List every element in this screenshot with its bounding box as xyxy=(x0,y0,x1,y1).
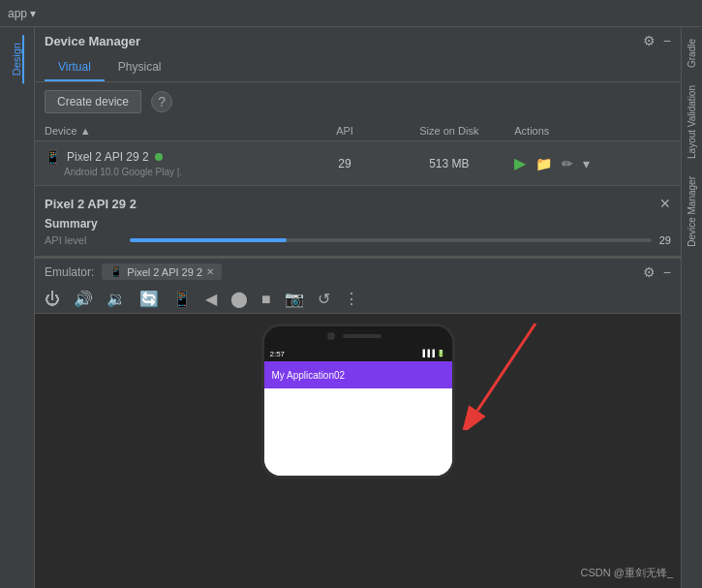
dm-toolbar: Create device ? xyxy=(35,82,681,121)
chip-phone-icon: 📱 xyxy=(109,265,123,278)
summary-close-button[interactable]: ✕ xyxy=(659,196,671,211)
ctrl-vol-up-icon[interactable]: 🔊 xyxy=(74,290,93,308)
top-bar: app ▾ xyxy=(0,0,702,27)
device-name-row: 📱 Pixel 2 API 29 2 xyxy=(45,149,306,165)
right-sidebar: Gradle Layout Validation Device Manager xyxy=(681,27,702,588)
red-arrow-indicator xyxy=(448,314,565,430)
sidebar-item-layout-validation[interactable]: Layout Validation xyxy=(685,77,699,167)
device-name-label: Pixel 2 API 29 2 xyxy=(67,150,149,164)
dm-header: Device Manager ⚙ − xyxy=(35,27,681,54)
svg-line-1 xyxy=(477,324,535,411)
emulator-label: Emulator: xyxy=(45,265,94,279)
play-icon[interactable]: ▶ xyxy=(514,154,526,172)
emulator-device-chip: 📱 Pixel 2 API 29 2 ✕ xyxy=(102,263,222,280)
ctrl-camera-icon[interactable]: 📷 xyxy=(285,290,304,308)
phone-time: 2:57 xyxy=(270,350,286,358)
phone-screen: 2:57 ▌▌▌🔋 My Application02 xyxy=(264,346,452,476)
sidebar-item-gradle[interactable]: Gradle xyxy=(685,31,699,76)
sidebar-item-device-manager[interactable]: Device Manager xyxy=(685,169,699,255)
summary-api-row: API level 29 xyxy=(45,234,671,246)
center-panel: Device Manager ⚙ − Virtual Physical Crea… xyxy=(35,27,681,588)
col-header-api: API xyxy=(306,125,384,137)
minimize-icon[interactable]: − xyxy=(663,33,671,48)
summary-title: Summary xyxy=(45,217,671,231)
ctrl-power-icon[interactable]: ⏻ xyxy=(45,291,60,308)
device-api: 29 xyxy=(306,157,384,170)
create-device-button[interactable]: Create device xyxy=(45,90,141,113)
phone-app-title: My Application02 xyxy=(272,370,346,381)
col-header-device: Device ▲ xyxy=(45,125,306,137)
ctrl-more-icon[interactable]: ⋮ xyxy=(344,290,359,308)
col-header-actions: Actions xyxy=(514,125,671,137)
main-layout: Design Device Manager ⚙ − Virtual Physic… xyxy=(0,27,702,588)
emulator-right: ⚙ − xyxy=(643,264,671,280)
chip-close-button[interactable]: ✕ xyxy=(206,266,214,277)
dm-tabs: Virtual Physical xyxy=(35,54,681,82)
left-sidebar: Design xyxy=(0,27,35,588)
running-indicator xyxy=(155,153,163,161)
emulator-bar: Emulator: 📱 Pixel 2 API 29 2 ✕ ⚙ − xyxy=(35,258,681,285)
ctrl-home-icon[interactable]: ⬤ xyxy=(230,290,248,308)
edit-icon[interactable]: ✏ xyxy=(562,156,573,171)
phone-frame: 2:57 ▌▌▌🔋 My Application02 xyxy=(261,324,455,479)
folder-icon[interactable]: 📁 xyxy=(535,156,552,171)
summary-header-row: Pixel 2 API 29 2 ✕ xyxy=(45,196,671,211)
emulator-left: Emulator: 📱 Pixel 2 API 29 2 ✕ xyxy=(45,263,222,280)
emulator-settings-icon[interactable]: ⚙ xyxy=(643,264,656,280)
phone-speaker xyxy=(343,334,382,338)
ctrl-fold-icon[interactable]: 📱 xyxy=(172,290,192,308)
phone-status-bar: 2:57 ▌▌▌🔋 xyxy=(264,346,452,361)
phone-status-icons: ▌▌▌🔋 xyxy=(423,350,446,357)
ctrl-vol-down-icon[interactable]: 🔉 xyxy=(107,290,126,308)
chevron-down-icon[interactable]: ▾ xyxy=(583,156,590,171)
dm-table-header: Device ▲ API Size on Disk Actions xyxy=(35,121,681,141)
phone-camera xyxy=(327,332,335,340)
sidebar-item-design[interactable]: Design xyxy=(11,35,24,83)
tab-virtual[interactable]: Virtual xyxy=(45,54,105,81)
dm-controls: ⚙ − xyxy=(643,33,671,48)
emulator-minimize-icon[interactable]: − xyxy=(663,264,671,280)
summary-api-value: 29 xyxy=(659,234,671,246)
summary-bar-fill xyxy=(130,238,287,242)
summary-device-name: Pixel 2 API 29 2 xyxy=(45,197,137,211)
tab-physical[interactable]: Physical xyxy=(105,54,175,81)
ctrl-rotate-icon[interactable]: 🔄 xyxy=(139,290,159,308)
phone-top-bar xyxy=(264,326,452,346)
device-size: 513 MB xyxy=(383,157,514,170)
watermark: CSDN @重剑无锋_ xyxy=(580,566,673,580)
summary-bar xyxy=(130,238,652,242)
summary-api-label: API level xyxy=(45,234,122,246)
help-button[interactable]: ? xyxy=(151,91,172,112)
col-header-size: Size on Disk xyxy=(383,125,514,137)
device-phone-icon: 📱 xyxy=(45,149,61,165)
device-info: 📱 Pixel 2 API 29 2 Android 10.0 Google P… xyxy=(45,149,306,177)
ctrl-recents-icon[interactable]: ■ xyxy=(261,291,271,308)
phone-content xyxy=(264,388,452,476)
device-manager-panel: Device Manager ⚙ − Virtual Physical Crea… xyxy=(35,27,681,258)
phone-app-bar: My Application02 xyxy=(264,361,452,388)
summary-section: Pixel 2 API 29 2 ✕ Summary API level 29 xyxy=(35,186,681,257)
settings-icon[interactable]: ⚙ xyxy=(643,33,656,48)
top-bar-label: app ▾ xyxy=(8,7,36,20)
ctrl-back-icon[interactable]: ◀ xyxy=(205,290,217,308)
device-actions: ▶ 📁 ✏ ▾ xyxy=(514,154,671,172)
phone-area: 2:57 ▌▌▌🔋 My Application02 CSDN @重剑无锋_ xyxy=(35,314,681,588)
emulator-controls: ⏻ 🔊 🔉 🔄 📱 ◀ ⬤ ■ 📷 ↺ ⋮ xyxy=(35,285,681,314)
ctrl-undo-icon[interactable]: ↺ xyxy=(318,290,330,308)
chip-device-name: Pixel 2 API 29 2 xyxy=(127,266,202,278)
dm-title: Device Manager xyxy=(45,34,140,48)
table-row: 📱 Pixel 2 API 29 2 Android 10.0 Google P… xyxy=(35,141,681,186)
device-sub-label: Android 10.0 Google Play |. xyxy=(64,167,306,177)
